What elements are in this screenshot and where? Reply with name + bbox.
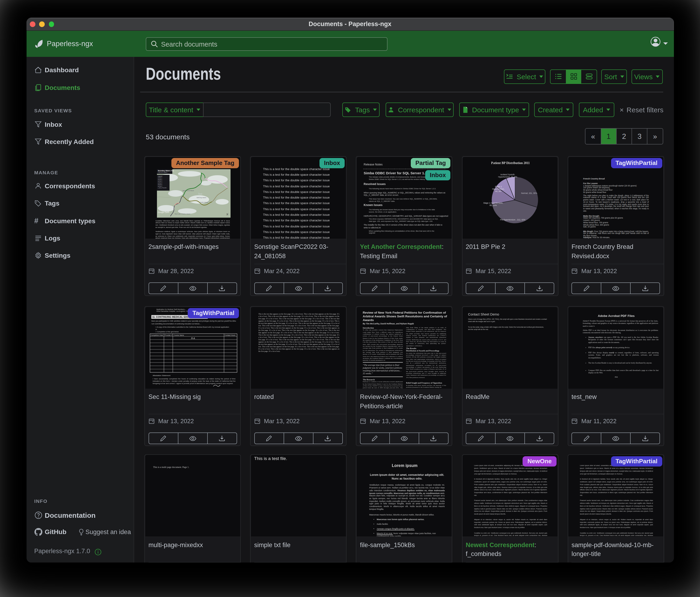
svg-text:6-day trip in BWCA: 6-day trip in BWCA (158, 172, 168, 173)
svg-text:Isolated Systolic: Isolated Systolic (500, 173, 515, 175)
svg-text:N\A: N\A (191, 336, 195, 339)
svg-text:Google Earth: Google Earth (158, 211, 169, 213)
svg-text:Castle Island: Castle Island (200, 201, 208, 203)
svg-text:Stage 2: Stage 2 (495, 185, 502, 188)
svg-text:Text: Text (198, 192, 202, 195)
svg-text:Completion Date: Completion Date (150, 334, 163, 336)
svg-text:N: N (226, 213, 228, 216)
svg-text:△ Entry Point/34: △ Entry Point/34 (158, 187, 166, 189)
svg-text:Hypertension,: Hypertension, (492, 188, 504, 190)
svg-text:New Found Island: New Found Island (182, 190, 194, 191)
svg-text:Mud Lake Charles Island: Mud Lake Charles Island (174, 213, 190, 214)
svg-text:Legend: Legend (158, 175, 162, 176)
svg-text:44, 9%: 44, 9% (495, 190, 502, 192)
svg-text:◈ Day 2: ◈ Day 2 (158, 179, 162, 180)
svg-text:65, 13%: 65, 13% (490, 204, 497, 206)
svg-text:Hypertension, 31, 6%: Hypertension, 31, 6% (498, 175, 518, 178)
svg-text:◈ Day 5: ◈ Day 5 (158, 184, 162, 185)
svg-text:◈ Day 4: ◈ Day 4 (158, 182, 162, 183)
svg-text:Boundary Waters Trip: Boundary Waters Trip (158, 170, 174, 171)
svg-text:◈ Day 3: ◈ Day 3 (158, 181, 162, 182)
svg-text:Stage 1 Hypertension,: Stage 1 Hypertension, (483, 201, 503, 204)
svg-text:Contact Hours: Contact Hours (224, 334, 235, 336)
svg-text:Normal, 151, 30%: Normal, 151, 30% (521, 192, 537, 194)
svg-text:◈ Day 6: ◈ Day 6 (158, 185, 162, 187)
svg-text:Course Name: Course Name (174, 334, 184, 336)
svg-text:Provider #: Provider # (165, 334, 172, 336)
svg-text:Half Dog Island: Half Dog Island (196, 197, 206, 198)
svg-text:◈ Day 1: ◈ Day 1 (158, 177, 162, 178)
svg-text:Pre-hypertension , 212, 42%: Pre-hypertension , 212, 42% (500, 218, 526, 221)
